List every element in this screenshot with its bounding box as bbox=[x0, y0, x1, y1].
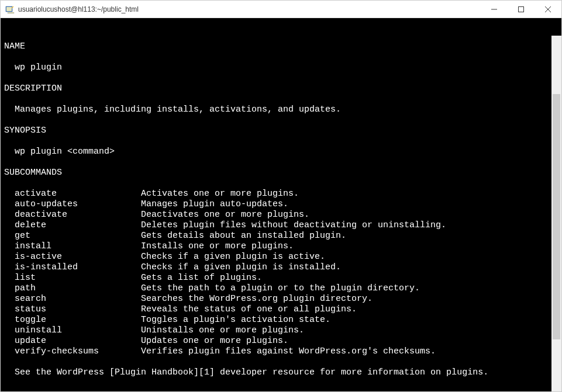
svg-rect-5 bbox=[519, 6, 524, 12]
scrollbar-track[interactable] bbox=[551, 36, 561, 391]
terminal-content: NAME wp plugin DESCRIPTION Manages plugi… bbox=[4, 41, 558, 391]
svg-rect-2 bbox=[8, 12, 14, 13]
titlebar[interactable]: usuariolucushost@hl113:~/public_html bbox=[1, 1, 561, 18]
scrollbar-thumb[interactable] bbox=[553, 94, 560, 339]
minimize-button[interactable] bbox=[481, 1, 508, 18]
putty-window: usuariolucushost@hl113:~/public_html NAM… bbox=[0, 0, 562, 392]
terminal-wrapper: NAME wp plugin DESCRIPTION Manages plugi… bbox=[1, 18, 561, 391]
terminal[interactable]: NAME wp plugin DESCRIPTION Manages plugi… bbox=[1, 18, 561, 391]
close-button[interactable] bbox=[535, 1, 561, 18]
putty-icon bbox=[5, 5, 15, 14]
window-title: usuariolucushost@hl113:~/public_html bbox=[18, 5, 481, 13]
svg-rect-1 bbox=[6, 7, 12, 11]
window-controls bbox=[481, 1, 561, 18]
maximize-button[interactable] bbox=[508, 1, 535, 18]
